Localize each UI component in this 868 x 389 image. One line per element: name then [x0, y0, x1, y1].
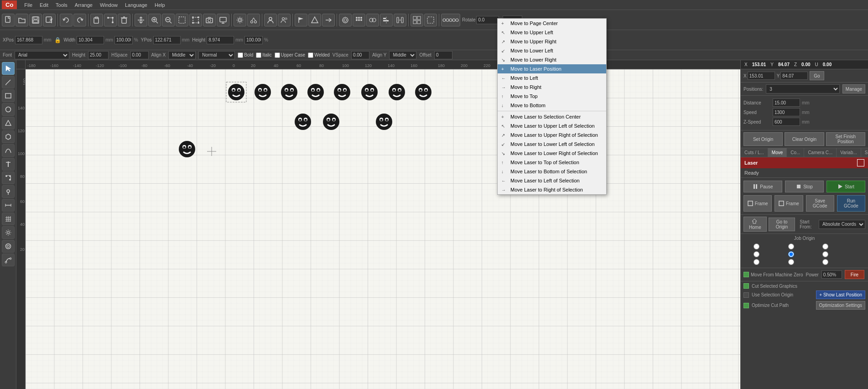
welded-check-group[interactable]: Welded — [308, 52, 330, 58]
new-btn[interactable] — [2, 14, 15, 26]
grid-tool[interactable] — [2, 213, 15, 225]
offset-input[interactable] — [434, 51, 452, 59]
ctx-move-top[interactable]: ↑ Move to Top — [498, 92, 606, 101]
arrow-btn[interactable] — [322, 14, 335, 26]
tab-move[interactable]: Move — [768, 148, 787, 157]
origin-bl-radio[interactable] — [754, 259, 759, 265]
delete-btn[interactable] — [118, 14, 130, 26]
origin-bc[interactable] — [788, 259, 821, 265]
polygon-tool[interactable] — [2, 130, 15, 143]
ctx-laser-bottom-sel[interactable]: ↓ Move Laser to Bottom of Selection — [498, 167, 606, 176]
font-height-input[interactable] — [88, 51, 109, 59]
origin-bc-radio[interactable] — [788, 259, 794, 265]
user2-btn[interactable] — [278, 14, 291, 26]
origin-tc[interactable] — [788, 244, 821, 249]
menu-window[interactable]: Window — [96, 1, 121, 9]
ctx-laser-top-sel[interactable]: ↑ Move Laser to Top of Selection — [498, 158, 606, 167]
triangle-tool[interactable] — [2, 117, 15, 130]
tab-console[interactable]: Co... — [787, 148, 804, 157]
set-finish-position-button[interactable]: Set Finish Position — [826, 132, 865, 146]
laser-expand-btn[interactable] — [857, 159, 864, 166]
origin-br[interactable] — [822, 259, 855, 265]
rotate-dots-btn[interactable] — [441, 14, 460, 26]
y-pos-input[interactable] — [780, 72, 808, 80]
emoji-2[interactable] — [255, 84, 271, 100]
tab-variable[interactable]: Variab... — [837, 148, 861, 157]
array-btn[interactable] — [353, 14, 365, 26]
frame-button-1[interactable]: Frame — [743, 195, 772, 212]
go-button[interactable]: Go — [810, 71, 824, 80]
node-tool[interactable] — [2, 171, 15, 184]
hspace-input[interactable] — [130, 51, 149, 59]
triangle-btn[interactable] — [308, 14, 321, 26]
fire-button[interactable]: Fire — [845, 270, 864, 279]
select-tool[interactable] — [2, 62, 15, 75]
target-btn[interactable] — [339, 14, 352, 26]
power-input[interactable] — [821, 270, 842, 279]
welded-checkbox[interactable] — [308, 52, 313, 58]
ctx-move-right[interactable]: → Move to Right — [498, 83, 606, 92]
work-canvas[interactable] — [26, 69, 740, 389]
uppercase-check-group[interactable]: Upper Case — [275, 52, 305, 58]
ctx-laser-lower-right-sel[interactable]: ↘ Move Laser to Lower Right of Selection — [498, 149, 606, 158]
ctx-laser-upper-left-sel[interactable]: ↖ Move Laser to Upper Left of Selection — [498, 121, 606, 130]
ctx-laser-right-sel[interactable]: → Move Laser to Right of Selection — [498, 185, 606, 194]
emoji-8[interactable] — [415, 84, 431, 100]
width-pct-input[interactable] — [114, 36, 133, 44]
measure-tool[interactable] — [2, 199, 15, 212]
normal-select[interactable]: Normal — [198, 51, 235, 59]
uppercase-checkbox[interactable] — [275, 52, 280, 58]
menu-tools[interactable]: Tools — [52, 1, 71, 9]
emoji-10[interactable] — [323, 114, 339, 130]
emoji-6[interactable] — [361, 84, 378, 100]
origin-bl[interactable] — [754, 259, 786, 265]
circle-tool[interactable] — [2, 103, 15, 116]
origin-mr-radio[interactable] — [822, 251, 828, 257]
align-y-select[interactable]: Middle — [389, 51, 416, 59]
pencil-tool[interactable] — [2, 76, 15, 88]
distribute-btn[interactable] — [394, 14, 406, 26]
width-input[interactable] — [77, 36, 104, 44]
tab-shape[interactable]: Shape Prop — [861, 148, 868, 157]
monitor-btn[interactable] — [217, 14, 229, 26]
optimization-settings-button[interactable]: Optimization Settings — [816, 301, 866, 310]
origin-tc-radio[interactable] — [788, 244, 794, 249]
menu-file[interactable]: File — [21, 1, 36, 9]
bezier-tool[interactable] — [2, 144, 15, 157]
zoom-in-btn[interactable] — [148, 14, 161, 26]
manage-button[interactable]: Manage — [842, 84, 865, 93]
set-origin-button[interactable]: Set Origin — [743, 132, 783, 146]
ctx-move-page-center[interactable]: + Move to Page Center — [498, 19, 606, 28]
ctx-laser-upper-right-sel[interactable]: ↗ Move Laser to Upper Right of Selection — [498, 130, 606, 140]
grid-tool-btn[interactable] — [411, 14, 423, 26]
home-button[interactable]: Home — [743, 217, 767, 232]
zoom-out-btn[interactable] — [162, 14, 175, 26]
positions-select[interactable]: 3 — [766, 84, 840, 93]
origin-tl-radio[interactable] — [754, 244, 759, 249]
ypos-input[interactable] — [153, 36, 181, 44]
emoji-5[interactable] — [334, 84, 350, 100]
weld-btn[interactable] — [366, 14, 379, 26]
distance-input[interactable] — [773, 99, 800, 107]
pause-button[interactable]: Pause — [743, 181, 782, 192]
height-pct-input[interactable] — [244, 36, 263, 44]
ctx-laser-selection-center[interactable]: + Move Laser to Selection Center — [498, 112, 606, 121]
redo-btn[interactable] — [73, 14, 86, 26]
origin-mr[interactable] — [822, 251, 855, 257]
emoji-11[interactable] — [376, 114, 392, 130]
stop-button[interactable]: Stop — [785, 181, 824, 192]
font-select[interactable]: Arial — [15, 51, 69, 59]
ctx-move-laser-position[interactable]: + Move to Laser Position — [498, 64, 606, 73]
paste-btn[interactable] — [90, 14, 103, 26]
origin-ml-radio[interactable] — [754, 251, 759, 257]
save-btn[interactable] — [29, 14, 42, 26]
x-pos-input[interactable] — [748, 72, 775, 80]
user1-btn[interactable] — [264, 14, 277, 26]
ctx-move-left[interactable]: ← Move to Left — [498, 73, 606, 83]
height-input[interactable] — [207, 36, 234, 44]
settings-btn[interactable] — [234, 14, 246, 26]
vspace-input[interactable] — [351, 51, 369, 59]
xpos-input[interactable] — [15, 36, 42, 44]
speed-input[interactable] — [773, 108, 800, 116]
text-tool[interactable] — [2, 158, 15, 171]
